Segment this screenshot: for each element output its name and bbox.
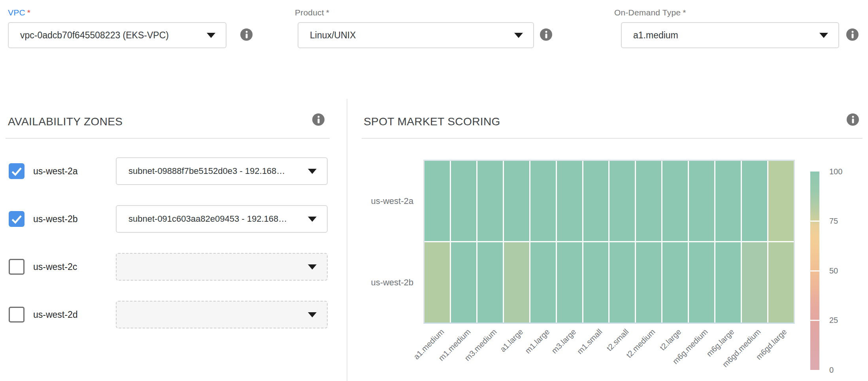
heatmap-cell-us-west-2a-t2.small[interactable] [609,161,635,241]
colorbar-tick-label-50: 50 [829,266,838,275]
heatmap-cell-us-west-2a-m1.large[interactable] [530,161,556,241]
spot-configuration-page: VPC* vpc-0adcb70f645508223 (EKS-VPC) Pro… [0,0,868,381]
heatmap-cell-us-west-2a-m3.large[interactable] [557,161,582,241]
heatmap-cell-us-west-2a-m6g.large[interactable] [715,161,741,241]
colorbar-tick-label-75: 75 [829,216,838,226]
spot-market-scoring-title: SPOT MARKET SCORING [364,115,500,128]
colorbar-tick-label-25: 25 [829,315,838,325]
subnet-select-value: subnet-091c603aa82e09453 - 192.168… [117,214,308,224]
product-label-text: Product [295,8,324,17]
heatmap-cell-us-west-2b-m3.large[interactable] [557,242,582,323]
vpc-select[interactable]: vpc-0adcb70f645508223 (EKS-VPC) [8,22,226,48]
heatmap-col-label-m3.large: m3.large [550,327,578,355]
heatmap-cell-us-west-2b-a1.medium[interactable] [425,242,450,323]
heatmap-cell-us-west-2b-a1.large[interactable] [504,242,529,323]
chevron-down-icon [308,264,317,270]
heatmap-cell-us-west-2b-m1.medium[interactable] [451,242,476,323]
heatmap-grid [425,161,794,323]
heatmap-colorbar [810,172,819,370]
heatmap-cell-us-west-2a-m1.small[interactable] [583,161,609,241]
heatmap-cell-us-west-2a-m1.medium[interactable] [451,161,476,241]
subnet-select-us-west-2a[interactable]: subnet-09888f7be5152d0e3 - 192.168… [116,157,328,185]
product-select-value: Linux/UNIX [298,30,514,41]
info-icon[interactable] [540,28,552,41]
colorbar-tick-label-100: 100 [829,167,842,176]
heatmap-cell-us-west-2b-m6gd.medium[interactable] [742,242,767,323]
az-zone-label: us-west-2d [33,301,77,328]
heatmap-cell-us-west-2b-m6g.large[interactable] [715,242,741,323]
heatmap-cell-us-west-2a-m6gd.large[interactable] [768,161,794,241]
info-icon[interactable] [240,28,253,41]
colorbar-tick-divider [810,221,819,222]
product-field: Product* Linux/UNIX [298,8,534,17]
on-demand-type-label-text: On-Demand Type [614,8,681,17]
heatmap-col-label-a1.large: a1.large [498,327,525,354]
heatmap-cell-us-west-2a-a1.large[interactable] [504,161,529,241]
heatmap-cell-us-west-2a-t2.medium[interactable] [636,161,661,241]
availability-zones-divider [6,138,330,139]
heatmap-cell-us-west-2a-t2.large[interactable] [662,161,688,241]
heatmap-cell-us-west-2b-m6gd.large[interactable] [768,242,794,323]
vpc-field: VPC* vpc-0adcb70f645508223 (EKS-VPC) [8,8,226,17]
vpc-select-value: vpc-0adcb70f645508223 (EKS-VPC) [9,30,207,41]
chevron-down-icon [308,169,317,174]
az-row-us-west-2d: us-west-2d [0,301,347,328]
heatmap-cell-us-west-2b-m1.small[interactable] [583,242,609,323]
az-row-us-west-2b: us-west-2bsubnet-091c603aa82e09453 - 192… [0,205,347,233]
on-demand-type-select[interactable]: a1.medium [621,22,839,48]
info-icon[interactable] [846,28,859,41]
info-icon[interactable] [847,113,859,126]
az-zone-label: us-west-2b [33,205,77,233]
product-required-marker: * [326,8,329,17]
on-demand-type-select-value: a1.medium [622,30,819,41]
heatmap-cell-us-west-2a-m6g.medium[interactable] [689,161,714,241]
heatmap-cell-us-west-2b-m1.large[interactable] [530,242,556,323]
check-icon [9,211,25,227]
heatmap-cell-us-west-2a-m3.medium[interactable] [477,161,503,241]
heatmap-col-label-m1.small: m1.small [576,327,604,356]
subnet-select-us-west-2c[interactable] [116,253,328,281]
colorbar-tick-label-0: 0 [829,365,834,375]
product-select[interactable]: Linux/UNIX [298,22,534,48]
heatmap-cell-us-west-2a-m6gd.medium[interactable] [742,161,767,241]
vertical-divider [347,99,347,381]
subnet-select-us-west-2b[interactable]: subnet-091c603aa82e09453 - 192.168… [116,205,328,233]
chevron-down-icon [308,217,317,222]
heatmap-row-label-us-west-2a: us-west-2a [350,196,413,206]
heatmap-cell-us-west-2b-t2.small[interactable] [609,242,635,323]
chevron-down-icon [514,33,523,38]
az-checkbox-us-west-2b[interactable] [9,211,25,227]
heatmap-cell-us-west-2b-m3.medium[interactable] [477,242,503,323]
az-checkbox-us-west-2d[interactable] [9,307,25,323]
on-demand-type-field: On-Demand Type* a1.medium [621,8,839,17]
spot-market-scoring-divider [362,138,862,139]
heatmap-cell-us-west-2b-m6g.medium[interactable] [689,242,714,323]
on-demand-type-label: On-Demand Type* [614,8,839,17]
product-label: Product* [295,8,534,17]
az-checkbox-us-west-2a[interactable] [9,163,25,179]
heatmap-col-label-m1.large: m1.large [523,327,551,355]
heatmap-col-label-t2.large: t2.large [658,327,683,352]
az-row-us-west-2c: us-west-2c [0,253,347,281]
heatmap-cell-us-west-2b-t2.large[interactable] [662,242,688,323]
az-checkbox-us-west-2c[interactable] [9,259,25,275]
az-zone-label: us-west-2c [33,253,77,281]
spot-score-heatmap [423,160,795,324]
heatmap-row-label-us-west-2b: us-west-2b [350,277,413,288]
az-row-us-west-2a: us-west-2asubnet-09888f7be5152d0e3 - 192… [0,157,347,185]
info-icon[interactable] [312,113,325,126]
vpc-required-marker: * [27,8,30,17]
heatmap-col-label-t2.small: t2.small [605,327,630,353]
chevron-down-icon [207,33,215,38]
heatmap-cell-us-west-2a-a1.medium[interactable] [425,161,450,241]
availability-zones-title: AVAILABILITY ZONES [8,115,123,128]
colorbar-tick-divider [810,320,819,321]
subnet-select-us-west-2d[interactable] [116,301,328,328]
chevron-down-icon [819,33,828,38]
heatmap-cell-us-west-2b-t2.medium[interactable] [636,242,661,323]
az-zone-label: us-west-2a [33,157,77,185]
vpc-label: VPC* [8,8,226,17]
subnet-select-value: subnet-09888f7be5152d0e3 - 192.168… [117,166,308,176]
chevron-down-icon [308,312,317,317]
colorbar-tick-divider [810,270,819,272]
